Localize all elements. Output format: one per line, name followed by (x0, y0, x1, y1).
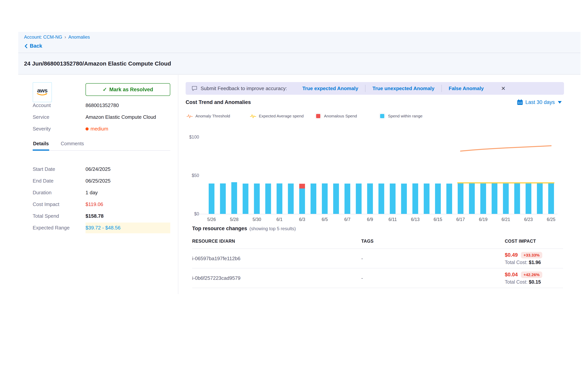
spend-bar[interactable] (412, 184, 418, 214)
spend-bar[interactable] (288, 184, 294, 214)
resources-table: RESOURCE ID/ARN TAGS COST IMPACT i-06597… (192, 234, 563, 288)
legend-label: Anomalous Spend (324, 114, 357, 118)
x-tick-label: 6/7 (344, 217, 350, 222)
x-tick-label: 6/1 (276, 217, 282, 222)
spend-bar[interactable] (435, 184, 441, 214)
mark-as-resolved-button[interactable]: ✓ Mark as Resolved (86, 83, 170, 96)
legend-label: Spend within range (388, 114, 422, 118)
spend-bar[interactable] (367, 184, 373, 214)
breadcrumb-section: Account: CCM-NG › Anomalies Back (18, 32, 580, 53)
chart-title: Cost Trend and Anomalies (186, 99, 251, 105)
resource-tags: - (361, 256, 505, 262)
legend-label: Anomaly Threshold (196, 114, 230, 118)
check-icon: ✓ (102, 86, 107, 92)
title-section: 24 Jun/868001352780/Amazon Elastic Compu… (18, 53, 580, 74)
spend-bar[interactable] (401, 184, 407, 214)
total-cost-value: $1.96 (529, 260, 541, 265)
spend-bar[interactable] (344, 184, 350, 214)
resources-table-header: RESOURCE ID/ARN TAGS COST IMPACT (192, 234, 563, 249)
vertical-divider (178, 75, 178, 294)
spend-bar[interactable] (378, 184, 384, 214)
impact-amount: $0.04 (505, 272, 518, 278)
y-tick-label: $0 (194, 211, 199, 216)
back-button[interactable]: Back (24, 43, 580, 49)
service-row: Service Amazon Elastic Compute Cloud (33, 111, 170, 123)
cost-impact-row: Cost Impact $119.06 (33, 198, 170, 210)
x-tick-label: 6/11 (388, 217, 397, 222)
pulse-line-icon (186, 113, 193, 119)
feedback-true-unexpected-link[interactable]: True unexpected Anomaly (366, 86, 442, 92)
severity-label: Severity (33, 126, 86, 132)
severity-badge: medium (86, 126, 108, 132)
expected-range-label: Expected Range (33, 225, 86, 231)
calendar-icon (517, 99, 523, 105)
spend-bar[interactable] (526, 184, 531, 214)
resources-title-row: Top resource changes (showing top 5 resu… (192, 226, 296, 232)
duration-row: Duration 1 day (33, 187, 170, 198)
tab-details[interactable]: Details (33, 141, 49, 151)
total-cost-value: $0.15 (529, 279, 541, 284)
detail-tabs: Details Comments (33, 141, 170, 151)
total-spend-row: Total Spend $158.78 (33, 210, 170, 222)
account-label: Account (33, 102, 86, 108)
resource-id: i-06597ba197fe112b6 (192, 256, 361, 262)
cost-trend-chart: $0$50$1005/265/285/306/16/36/56/76/96/11… (186, 132, 564, 224)
spend-bar[interactable] (333, 184, 339, 214)
spend-bar[interactable] (209, 184, 214, 214)
duration-value: 1 day (86, 190, 98, 196)
spend-bar[interactable] (446, 184, 452, 214)
cost-impact-label: Cost Impact (33, 202, 86, 207)
spend-bar[interactable] (265, 184, 271, 214)
spend-bar[interactable] (480, 184, 486, 214)
spend-bar[interactable] (276, 184, 282, 214)
date-range-label: Last 30 days (525, 99, 555, 105)
spend-bar[interactable] (299, 188, 305, 214)
spend-bar[interactable] (390, 184, 396, 214)
spend-bar[interactable] (458, 183, 464, 214)
breadcrumb-account-link[interactable]: Account: CCM-NG (24, 34, 62, 40)
breadcrumb-anomalies-link[interactable]: Anomalies (68, 34, 90, 40)
anomalous-bar-segment[interactable] (299, 184, 305, 188)
spend-bar[interactable] (356, 184, 362, 214)
table-row: i-0b6f257223cad9579 - $0.04 +42.26% Tota… (192, 268, 563, 288)
total-spend-value: $158.78 (86, 213, 104, 219)
spend-bar[interactable] (254, 184, 260, 214)
spend-bar[interactable] (469, 183, 475, 214)
resource-tags: - (361, 275, 505, 281)
spend-bar[interactable] (514, 183, 520, 214)
spend-bar[interactable] (537, 183, 543, 214)
close-icon[interactable]: ✕ (501, 85, 506, 92)
x-tick-label: 6/15 (434, 217, 442, 222)
date-range-selector[interactable]: Last 30 days (517, 99, 562, 105)
feedback-true-expected-link[interactable]: True expected Anomaly (295, 86, 365, 92)
mark-as-resolved-label: Mark as Resolved (109, 87, 153, 92)
tab-comments[interactable]: Comments (60, 141, 84, 150)
spend-bar[interactable] (492, 183, 498, 214)
end-date-value: 06/25/2025 (86, 178, 110, 184)
resources-subtitle: (showing top 5 results) (250, 226, 296, 231)
x-tick-label: 5/26 (207, 217, 216, 222)
start-date-row: Start Date 06/24/2025 (33, 163, 170, 175)
spend-bar[interactable] (243, 184, 248, 214)
spend-bar[interactable] (548, 183, 554, 214)
feedback-false-anomaly-link[interactable]: False Anomaly (442, 86, 491, 92)
spend-bar[interactable] (322, 184, 328, 214)
total-cost-label: Total Cost: (505, 279, 528, 284)
expected-range-row: Expected Range $39.72 - $48.56 (33, 222, 170, 234)
details-list: Start Date 06/24/2025 End Date 06/25/202… (33, 163, 170, 234)
resource-id: i-0b6f257223cad9579 (192, 275, 361, 281)
x-tick-label: 6/23 (524, 217, 533, 222)
legend-spend-within-range: Spend within range (379, 113, 422, 119)
x-tick-label: 6/9 (367, 217, 373, 222)
column-resource-id: RESOURCE ID/ARN (192, 239, 361, 244)
spend-bar[interactable] (231, 182, 237, 214)
breadcrumb: Account: CCM-NG › Anomalies (24, 34, 580, 40)
spend-bar[interactable] (310, 184, 316, 214)
speech-bubble-icon (192, 85, 198, 92)
spend-bar[interactable] (424, 184, 430, 214)
spend-bar[interactable] (220, 184, 226, 214)
chevron-left-icon (24, 43, 28, 49)
spend-bar[interactable] (503, 184, 509, 214)
end-date-label: End Date (33, 178, 86, 184)
account-value: 868001352780 (86, 102, 119, 108)
